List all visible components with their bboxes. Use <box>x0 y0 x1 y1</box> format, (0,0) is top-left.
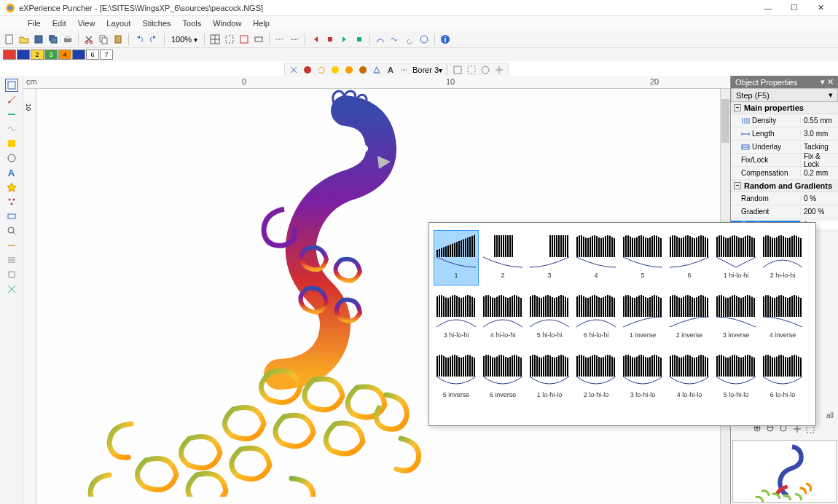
scrollbar-thumb[interactable] <box>721 99 729 143</box>
prop-value[interactable]: 0.2 mm <box>800 169 838 177</box>
minimize-button[interactable]: — <box>755 1 781 15</box>
step-selector[interactable]: Step (F5) ▾ <box>731 88 838 102</box>
stitch-icon[interactable] <box>399 64 410 76</box>
zoom-combo[interactable]: 100% ▾ <box>168 35 200 44</box>
sel3-icon[interactable] <box>479 64 491 76</box>
shape-tool-icon[interactable] <box>5 151 18 165</box>
dash2-icon[interactable] <box>288 33 301 46</box>
dash1-icon[interactable] <box>273 33 286 46</box>
redo-icon[interactable] <box>147 33 160 46</box>
prop-value[interactable]: 0 % <box>800 194 838 202</box>
nav-last-icon[interactable] <box>353 33 366 46</box>
swatch3-icon[interactable] <box>357 64 369 76</box>
gradient-option-4[interactable]: 4 <box>573 230 619 286</box>
nav-next-icon[interactable] <box>338 33 351 46</box>
more-tool-icon[interactable] <box>5 268 18 281</box>
text-tool-icon[interactable]: A <box>5 166 18 179</box>
node-tool-icon[interactable] <box>5 93 18 106</box>
prop-row-gradient[interactable]: Gradient200 % <box>731 205 838 218</box>
gradient-option-21[interactable]: 3 lo-hi-lo <box>620 350 665 405</box>
gradient-option-9[interactable]: 3 hi-lo-hi <box>434 290 479 345</box>
gradient-option-10[interactable]: 4 hi-lo-hi <box>480 290 525 345</box>
gradient-option-14[interactable]: 2 inverse <box>667 290 712 345</box>
gradient-option-8[interactable]: 2 hi-lo-hi <box>760 230 805 286</box>
grid-icon[interactable] <box>208 33 222 46</box>
select-tool-icon[interactable] <box>5 79 18 92</box>
gradient-option-11[interactable]: 5 hi-lo-hi <box>527 290 572 345</box>
menu-stitches[interactable]: Stitches <box>136 17 176 29</box>
dots-tool-icon[interactable] <box>5 195 18 208</box>
collapse-icon[interactable]: − <box>734 182 741 189</box>
sel4-icon[interactable] <box>493 64 505 76</box>
menu-file[interactable]: File <box>22 17 47 29</box>
color-5[interactable]: 4 <box>58 50 71 60</box>
prop-row-fixlock[interactable]: Fix/LockFix & Lock <box>731 154 838 167</box>
gradient-option-19[interactable]: 1 lo-hi-lo <box>527 350 572 405</box>
sel1-icon[interactable] <box>452 64 463 76</box>
menu-view[interactable]: View <box>72 17 101 29</box>
gradient-option-7[interactable]: 1 hi-lo-hi <box>713 230 759 286</box>
gradient-option-2[interactable]: 2 <box>480 230 525 286</box>
nav-prev-icon[interactable] <box>324 33 337 46</box>
prop-value[interactable]: 3.0 mm <box>800 130 838 138</box>
menu-layout[interactable]: Layout <box>101 17 136 29</box>
menu-help[interactable]: Help <box>247 17 275 29</box>
prop-value[interactable]: 200 % <box>800 208 838 216</box>
gradient-option-15[interactable]: 3 inverse <box>713 290 759 345</box>
wave-icon[interactable] <box>388 33 402 46</box>
close-button[interactable]: ✕ <box>807 1 834 15</box>
paste-icon[interactable] <box>111 33 125 46</box>
stop-icon[interactable] <box>302 64 313 76</box>
gradient-option-24[interactable]: 6 lo-hi-lo <box>760 350 805 405</box>
color-8[interactable]: 7 <box>100 50 113 60</box>
gradient-option-18[interactable]: 6 inverse <box>480 350 525 405</box>
color-4[interactable]: 3 <box>44 50 58 60</box>
saveall-icon[interactable] <box>47 33 60 46</box>
swatch2-icon[interactable] <box>343 64 355 76</box>
star-tool-icon[interactable] <box>5 181 18 194</box>
maximize-button[interactable]: ☐ <box>781 1 807 15</box>
shape-icon[interactable] <box>371 64 383 76</box>
embroidery-tool-icon[interactable] <box>5 283 18 296</box>
gradient-option-13[interactable]: 1 inverse <box>620 290 665 345</box>
color-7[interactable]: 6 <box>86 50 99 60</box>
curve-icon[interactable] <box>374 33 387 46</box>
menu-window[interactable]: Window <box>207 17 247 29</box>
prop-value[interactable]: Tacking <box>800 143 838 151</box>
cut-icon[interactable] <box>82 33 95 46</box>
zoom-tool-icon[interactable] <box>5 224 18 237</box>
gradient-option-17[interactable]: 5 inverse <box>434 350 479 405</box>
print-icon[interactable] <box>61 33 74 46</box>
refresh-icon[interactable] <box>316 64 327 76</box>
spiral-icon[interactable] <box>403 33 416 46</box>
prop-row-length[interactable]: Length3.0 mm <box>731 127 838 141</box>
marquee-icon[interactable] <box>238 33 251 46</box>
menu-tools[interactable]: Tools <box>177 17 208 29</box>
prop-row-random[interactable]: Random0 % <box>731 192 838 205</box>
section-main-properties[interactable]: − Main properties <box>731 102 838 114</box>
gradient-option-5[interactable]: 5 <box>620 230 665 286</box>
menu-edit[interactable]: Edit <box>47 17 72 29</box>
color-3[interactable]: 2 <box>31 50 44 60</box>
preview-thumbnail[interactable] <box>732 440 837 503</box>
undo-icon[interactable] <box>133 33 146 46</box>
fill-tool-icon[interactable] <box>5 137 18 150</box>
collapse-icon[interactable]: − <box>734 104 741 111</box>
borer-combo[interactable]: Borer 3 ▾ <box>412 64 442 76</box>
nav-first-icon[interactable] <box>309 33 322 46</box>
new-icon[interactable] <box>3 33 16 46</box>
gradient-option-1[interactable]: 1 <box>434 230 479 286</box>
circle-icon[interactable] <box>418 33 431 46</box>
color-6[interactable] <box>72 50 85 60</box>
prop-value[interactable]: 0.55 mm <box>800 117 838 125</box>
rect-tool-icon[interactable] <box>5 210 18 223</box>
outline-icon[interactable] <box>223 33 236 46</box>
align-tool-icon[interactable] <box>5 253 18 267</box>
gradient-option-16[interactable]: 4 inverse <box>760 290 805 345</box>
sel2-icon[interactable] <box>466 64 477 76</box>
open-icon[interactable] <box>17 33 31 46</box>
gradient-option-20[interactable]: 2 lo-hi-lo <box>573 350 619 405</box>
scissors-icon[interactable] <box>288 64 299 76</box>
prop-row-density[interactable]: Density0.55 mm <box>731 114 838 127</box>
panel-pin-icon[interactable]: ▾ ✕ <box>821 77 834 87</box>
